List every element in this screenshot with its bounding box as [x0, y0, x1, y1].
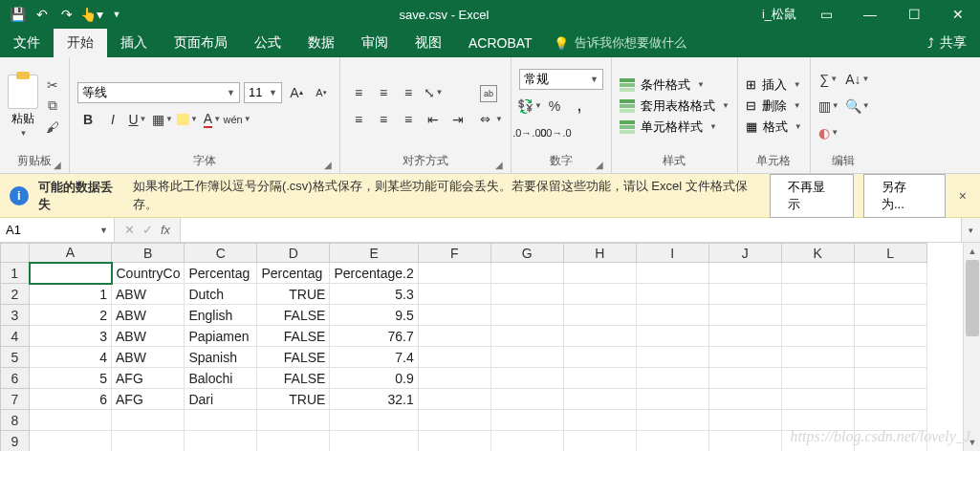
copy-icon[interactable]: ⧉ — [44, 98, 61, 114]
cell[interactable] — [418, 347, 490, 368]
alignment-launcher-icon[interactable]: ◢ — [495, 160, 503, 170]
cell[interactable] — [185, 431, 257, 452]
cell[interactable] — [708, 305, 781, 326]
cell[interactable] — [636, 305, 708, 326]
cell[interactable]: 9.5 — [330, 305, 418, 326]
vertical-scrollbar[interactable]: ▲ ▼ — [963, 243, 980, 451]
clear-button[interactable]: ◐▼ — [818, 122, 839, 143]
cell[interactable] — [563, 263, 636, 284]
row-header[interactable]: 5 — [1, 347, 30, 368]
column-header[interactable]: B — [112, 244, 185, 263]
maximize-button[interactable]: ☐ — [892, 0, 936, 29]
cell[interactable]: ABW — [112, 347, 185, 368]
cell[interactable] — [563, 326, 636, 347]
cell[interactable] — [636, 347, 708, 368]
expand-formula-bar-icon[interactable]: ▾ — [961, 218, 980, 242]
cell[interactable] — [563, 347, 636, 368]
format-as-table-button[interactable]: 套用表格格式▼ — [620, 97, 730, 115]
cell[interactable] — [185, 410, 257, 431]
wrap-text-button[interactable]: ab — [480, 85, 503, 102]
column-header[interactable]: C — [185, 244, 257, 263]
tab-view[interactable]: 视图 — [402, 29, 455, 57]
tab-data[interactable]: 数据 — [294, 29, 348, 57]
cell[interactable]: 1 — [30, 284, 112, 305]
cell[interactable] — [854, 305, 926, 326]
cell[interactable]: Papiamen — [185, 326, 257, 347]
cell[interactable]: 2 — [30, 305, 112, 326]
cell[interactable] — [854, 263, 926, 284]
cell[interactable] — [781, 347, 854, 368]
name-box[interactable]: A1▼ — [0, 218, 115, 242]
cell[interactable] — [418, 431, 490, 452]
find-select-button[interactable]: 🔍▼ — [847, 96, 868, 117]
cell[interactable] — [636, 389, 708, 410]
percent-format-icon[interactable]: % — [544, 96, 565, 117]
cut-icon[interactable]: ✂ — [44, 77, 61, 93]
insert-cells-button[interactable]: ⊞插入▼ — [746, 76, 802, 94]
tell-me-search[interactable]: 💡 告诉我你想要做什么 — [554, 29, 686, 57]
align-middle-icon[interactable]: ≡ — [373, 82, 394, 103]
cell[interactable] — [854, 389, 926, 410]
cell[interactable] — [854, 284, 926, 305]
cell[interactable] — [418, 284, 490, 305]
cell[interactable] — [490, 305, 563, 326]
cell[interactable]: FALSE — [257, 368, 330, 389]
align-top-icon[interactable]: ≡ — [348, 82, 369, 103]
phonetic-button[interactable]: wén▼ — [227, 109, 248, 130]
cell[interactable] — [563, 284, 636, 305]
fill-color-button[interactable]: ▼ — [177, 109, 198, 130]
cell[interactable] — [330, 431, 418, 452]
cell[interactable] — [257, 431, 330, 452]
tab-insert[interactable]: 插入 — [107, 29, 161, 57]
orientation-icon[interactable]: ⤡▼ — [423, 82, 444, 103]
row-header[interactable]: 2 — [1, 284, 30, 305]
align-center-icon[interactable]: ≡ — [373, 109, 394, 130]
user-name[interactable]: i_松鼠 — [754, 6, 804, 23]
align-left-icon[interactable]: ≡ — [348, 109, 369, 130]
redo-icon[interactable]: ↷ — [55, 3, 78, 26]
cell[interactable]: FALSE — [257, 326, 330, 347]
cell[interactable] — [418, 263, 490, 284]
touch-mode-icon[interactable]: 👆▾ — [80, 3, 103, 26]
save-as-button[interactable]: 另存为... — [863, 174, 946, 218]
format-cells-button[interactable]: ▦格式▼ — [746, 118, 802, 136]
cell[interactable] — [563, 431, 636, 452]
decrease-indent-icon[interactable]: ⇤ — [423, 109, 444, 130]
cell[interactable]: 5.3 — [330, 284, 418, 305]
paste-button[interactable]: 粘贴 ▼ — [8, 75, 38, 138]
cell[interactable] — [30, 431, 112, 452]
save-icon[interactable]: 💾 — [6, 3, 29, 26]
underline-button[interactable]: U▼ — [127, 109, 148, 130]
cell[interactable]: AFG — [112, 368, 185, 389]
tab-page-layout[interactable]: 页面布局 — [161, 29, 241, 57]
cell[interactable] — [490, 284, 563, 305]
cell[interactable]: Dutch — [185, 284, 257, 305]
cell[interactable]: 3 — [30, 326, 112, 347]
cell[interactable]: English — [185, 305, 257, 326]
number-format-combo[interactable]: 常规▼ — [519, 69, 603, 90]
cell[interactable] — [781, 305, 854, 326]
tab-formulas[interactable]: 公式 — [241, 29, 294, 57]
cell[interactable] — [490, 347, 563, 368]
sort-filter-button[interactable]: A↓▼ — [847, 69, 868, 90]
cell[interactable] — [112, 410, 185, 431]
cell[interactable]: 6 — [30, 389, 112, 410]
tab-review[interactable]: 审阅 — [348, 29, 402, 57]
cell[interactable] — [30, 410, 112, 431]
cell[interactable]: 5 — [30, 368, 112, 389]
row-header[interactable]: 6 — [1, 368, 30, 389]
cell[interactable] — [708, 410, 781, 431]
cell[interactable]: Spanish — [185, 347, 257, 368]
cell[interactable]: 7.4 — [330, 347, 418, 368]
cell[interactable] — [418, 305, 490, 326]
cell[interactable] — [563, 410, 636, 431]
conditional-formatting-button[interactable]: 条件格式▼ — [620, 76, 730, 94]
cell-styles-button[interactable]: 单元格样式▼ — [620, 118, 730, 136]
increase-indent-icon[interactable]: ⇥ — [447, 109, 468, 130]
font-launcher-icon[interactable]: ◢ — [324, 160, 332, 170]
increase-font-icon[interactable]: A▴ — [286, 82, 307, 103]
cell[interactable] — [418, 326, 490, 347]
font-name-combo[interactable]: 等线▼ — [77, 82, 240, 103]
cell[interactable]: Dari — [185, 389, 257, 410]
cell[interactable] — [708, 284, 781, 305]
